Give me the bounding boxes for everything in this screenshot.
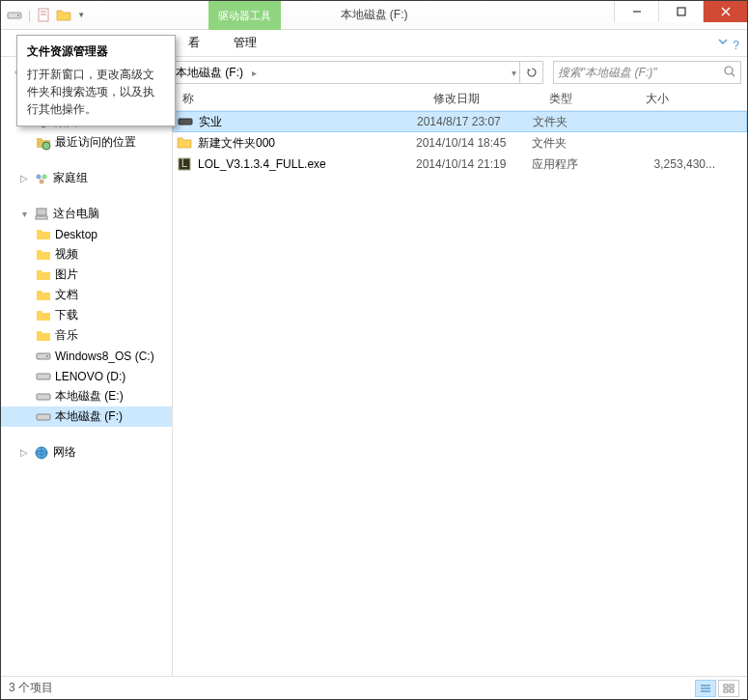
sidebar-item-drive-c[interactable]: Windows8_OS (C:) [1,346,172,366]
statusbar: 3 个项目 [1,676,747,699]
network-icon [34,445,49,461]
sidebar-item-homegroup[interactable]: ▷ 家庭组 [1,168,172,188]
maximize-button[interactable] [658,1,703,22]
close-button[interactable] [703,1,747,22]
svg-point-1 [17,14,19,16]
folder-icon [36,288,51,303]
window-controls [614,1,747,22]
file-name: LOL_V3.1.3.4_FULL.exe [198,157,326,171]
search-input[interactable]: 搜索"本地磁盘 (F:)" [553,61,741,84]
contextual-tab-drive-tools[interactable]: 驱动器工具 [208,1,281,30]
view-mode-toggles [695,680,739,697]
sidebar-item-drive-e[interactable]: 本地磁盘 (E:) [1,386,172,406]
sidebar-item-pc-videos[interactable]: 视频 [1,244,172,265]
svg-point-16 [37,174,42,179]
search-icon[interactable] [723,65,736,81]
svg-rect-24 [37,394,50,400]
titlebar: | ▼ 驱动器工具 本地磁盘 (F:) [1,1,747,30]
new-folder-icon[interactable] [56,8,71,23]
file-date: 2014/8/17 23:07 [417,115,533,128]
svg-rect-27 [179,119,192,125]
svg-text:L: L [181,156,188,170]
sidebar-item-network[interactable]: ▷ 网络 [1,442,172,462]
sidebar-item-pc-desktop[interactable]: Desktop [1,224,172,244]
drive-icon [36,409,51,425]
main-area: 下载 桌面 最近访问的位置 ▷ 家庭组 ▾ 这台电脑 [1,88,747,676]
svg-rect-36 [730,689,734,692]
sidebar-item-pc-pictures[interactable]: 图片 [1,265,172,285]
svg-line-12 [732,73,734,76]
file-row[interactable]: 实业 2014/8/17 23:07 文件夹 [173,111,747,132]
folder-icon [36,267,51,283]
ribbon-expand-icon[interactable]: ? [716,35,739,52]
expand-icon[interactable]: ▷ [18,173,30,183]
svg-point-18 [40,179,44,183]
sidebar-item-recent[interactable]: 最近访问的位置 [1,132,172,153]
column-header-name[interactable]: 称 [173,88,424,110]
sidebar-item-drive-d[interactable]: LENOVO (D:) [1,366,172,386]
quick-access-toolbar: | ▼ [1,8,87,23]
sidebar-item-pc-music[interactable]: 音乐 [1,325,172,346]
drive-icon [36,389,51,405]
address-dropdown-icon[interactable]: ▾ [509,68,519,78]
divider: | [28,9,31,22]
svg-point-11 [725,67,733,74]
file-date: 2014/10/14 18:45 [416,136,532,150]
file-row[interactable]: L LOL_V3.1.3.4_FULL.exe 2014/10/14 21:19… [173,154,747,175]
tooltip-title: 文件资源管理器 [27,43,165,60]
folder-icon [36,308,51,323]
chevron-right-icon[interactable]: ▸ [249,68,260,78]
file-row[interactable]: 新建文件夹000 2014/10/14 18:45 文件夹 [173,132,747,154]
tab-view[interactable]: 看 [175,30,213,57]
view-details-button[interactable] [695,680,716,697]
svg-point-17 [42,174,47,179]
drive-icon [7,8,22,23]
svg-rect-6 [678,8,685,15]
drive-icon [36,349,51,364]
svg-rect-34 [730,685,734,687]
properties-icon[interactable] [37,8,52,23]
tab-manage[interactable]: 管理 [208,30,281,57]
exe-icon: L [177,156,192,172]
svg-rect-35 [724,689,728,692]
collapse-icon[interactable]: ▾ [18,209,30,219]
file-list[interactable]: 实业 2014/8/17 23:07 文件夹 新建文件夹000 2014/10/… [173,111,747,676]
svg-point-15 [42,142,50,150]
minimize-button[interactable] [614,1,658,22]
file-name: 实业 [199,114,222,130]
drive-icon [36,369,51,384]
folder-icon [36,227,51,242]
column-header-date[interactable]: 修改日期 [424,88,540,110]
folder-icon [36,247,51,263]
column-header-type[interactable]: 类型 [540,88,636,110]
folder-icon [177,135,192,151]
sidebar-item-pc-documents[interactable]: 文档 [1,285,172,305]
homegroup-icon [34,171,49,186]
file-type: 应用程序 [532,156,628,173]
breadcrumb-drive-f[interactable]: 本地磁盘 (F:) [170,62,249,83]
svg-rect-25 [37,414,50,420]
recent-icon [36,135,51,151]
svg-point-22 [46,355,48,357]
file-list-area: 称 修改日期 类型 大小 实业 2014/8/17 23:07 文件夹 新建文件… [173,88,747,676]
computer-icon [34,207,49,222]
file-date: 2014/10/14 21:19 [416,157,532,171]
file-size: 3,253,430... [628,157,725,171]
column-header-size[interactable]: 大小 [636,88,733,110]
navigation-pane: 下载 桌面 最近访问的位置 ▷ 家庭组 ▾ 这台电脑 [1,88,173,676]
svg-rect-23 [37,374,50,379]
expand-icon[interactable]: ▷ [18,447,30,458]
column-headers: 称 修改日期 类型 大小 [173,88,747,111]
svg-rect-33 [724,685,728,687]
status-item-count: 3 个项目 [9,680,53,696]
sidebar-item-this-pc[interactable]: ▾ 这台电脑 [1,204,172,224]
drive-icon [178,114,193,129]
view-large-icons-button[interactable] [718,680,739,697]
tooltip-text: 打开新窗口，更改高级文件夹和搜索选项，以及执行其他操作。 [27,66,165,118]
qat-dropdown-icon[interactable]: ▼ [75,11,87,19]
svg-rect-19 [37,209,46,215]
refresh-button[interactable] [519,61,542,84]
sidebar-item-pc-downloads[interactable]: 下载 [1,305,172,325]
sidebar-item-drive-f[interactable]: 本地磁盘 (F:) [1,406,172,427]
folder-icon [36,328,51,344]
